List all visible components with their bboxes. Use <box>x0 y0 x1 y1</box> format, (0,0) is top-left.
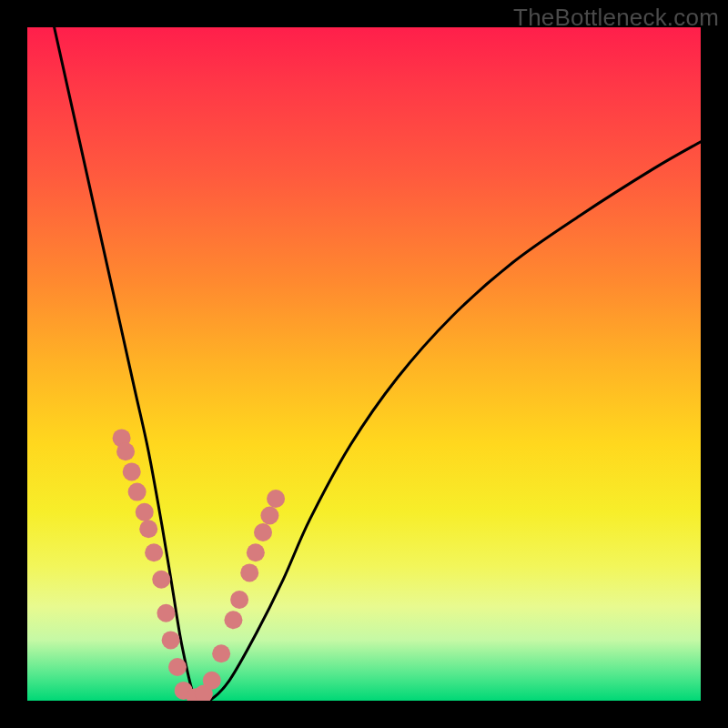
highlight-dot <box>260 507 278 525</box>
highlight-dot <box>254 523 272 541</box>
highlight-dot <box>212 644 230 662</box>
highlight-dot <box>267 490 285 508</box>
chart-svg <box>27 27 701 701</box>
chart-frame: TheBottleneck.com <box>0 0 728 728</box>
highlight-dot <box>224 611 242 629</box>
highlight-dot <box>203 672 221 690</box>
watermark-label: TheBottleneck.com <box>513 4 719 32</box>
bottleneck-curve <box>55 27 701 701</box>
highlight-dot <box>136 503 154 521</box>
highlight-dot <box>157 604 175 622</box>
highlight-dot <box>168 658 187 676</box>
highlight-dot <box>123 462 141 480</box>
highlight-dot <box>152 571 170 589</box>
highlight-dot <box>139 520 157 538</box>
highlight-markers <box>113 429 285 701</box>
highlight-dot <box>230 591 248 609</box>
highlight-dot <box>162 631 180 649</box>
highlight-dot <box>116 442 135 460</box>
highlight-dot <box>145 543 163 561</box>
highlight-dot <box>240 563 258 581</box>
chart-plot-area <box>27 27 701 701</box>
highlight-dot <box>128 483 147 501</box>
curve-path <box>55 27 701 701</box>
highlight-dot <box>247 543 265 561</box>
